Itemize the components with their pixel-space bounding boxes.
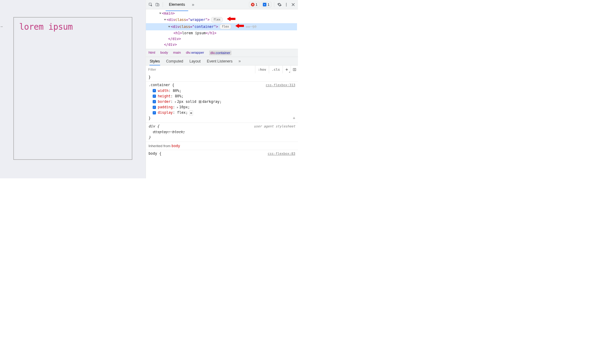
declaration-enabled-checkbox[interactable]: ✓ bbox=[153, 89, 156, 93]
declaration-enabled-checkbox[interactable]: ✓ bbox=[153, 111, 156, 114]
flex-editor-icon[interactable]: ▦ bbox=[189, 110, 193, 116]
dom-tree-row[interactable]: <main> bbox=[146, 10, 297, 16]
svg-point-3 bbox=[286, 3, 287, 3]
breadcrumb-item[interactable]: main bbox=[173, 51, 181, 56]
demo-container: lorem ipsum bbox=[13, 17, 132, 160]
cls-toggle-button[interactable]: .cls bbox=[269, 66, 282, 73]
subtab-computed[interactable]: Computed bbox=[166, 57, 183, 65]
dom-tree-row[interactable]: <div class="wrapper">flex bbox=[146, 16, 297, 23]
expand-toggle-icon[interactable] bbox=[159, 12, 161, 14]
expand-toggle-icon[interactable] bbox=[168, 26, 170, 28]
tabs-overflow-icon[interactable]: » bbox=[190, 2, 196, 7]
settings-icon[interactable] bbox=[277, 2, 282, 7]
dom-tree-row[interactable]: ⋯<div class="container">flex== $0 bbox=[146, 23, 297, 30]
inherited-from-label: Inherited from bbox=[149, 144, 171, 148]
shorthand-expand-icon[interactable] bbox=[175, 101, 176, 103]
css-declaration[interactable]: ✓width: 80%; bbox=[149, 88, 296, 93]
css-rule-div-ua[interactable]: div { user agent stylesheet display: blo… bbox=[146, 123, 298, 142]
svg-point-4 bbox=[286, 4, 287, 5]
styles-pane[interactable]: } .container { css-flexbox:313 ✓width: 8… bbox=[146, 73, 298, 178]
hov-toggle-button[interactable]: :hov bbox=[255, 66, 269, 73]
errors-badge[interactable]: ✕1 bbox=[249, 2, 259, 7]
css-selector[interactable]: body { bbox=[149, 151, 161, 157]
console-ref-hint: == $0 bbox=[246, 24, 256, 29]
svg-rect-2 bbox=[157, 4, 159, 6]
dom-tree[interactable]: <main><div class="wrapper">flex⋯<div cla… bbox=[146, 9, 298, 49]
declaration-enabled-checkbox[interactable]: ✓ bbox=[153, 95, 156, 98]
device-toggle-icon[interactable] bbox=[155, 2, 160, 7]
styles-filter-input[interactable] bbox=[146, 66, 255, 73]
dom-tree-row[interactable]: <h1>lorem ipsum</h1> bbox=[146, 30, 297, 36]
color-swatch[interactable] bbox=[199, 100, 201, 103]
flex-badge[interactable]: flex bbox=[211, 17, 223, 22]
subtab-layout[interactable]: Layout bbox=[189, 57, 201, 65]
css-rule-close: } bbox=[149, 135, 296, 140]
breadcrumb-trail: htmlbodymaindiv.wrapperdiv.container bbox=[146, 49, 298, 57]
css-declaration[interactable]: ✓padding: 10px; bbox=[149, 105, 296, 110]
rule-truncated-above: } bbox=[146, 73, 298, 82]
svg-rect-6 bbox=[293, 68, 296, 71]
inherited-from-tag[interactable]: body bbox=[171, 144, 180, 148]
demo-heading: lorem ipsum bbox=[19, 22, 127, 32]
dom-tree-row[interactable]: </div> bbox=[146, 42, 297, 48]
declaration-enabled-checkbox[interactable]: ✓ bbox=[153, 106, 156, 109]
css-declaration[interactable]: ✓border: 2px solid darkgray; bbox=[149, 99, 296, 104]
declaration-enabled-checkbox[interactable]: ✓ bbox=[153, 100, 156, 103]
more-menu-icon[interactable] bbox=[284, 2, 289, 7]
devtools-toolbar: Elements » ✕1 ≡1 bbox=[146, 0, 298, 9]
css-source-link[interactable]: css-flexbox:313 bbox=[266, 83, 295, 88]
css-rule-close: } bbox=[149, 116, 296, 121]
css-declaration[interactable]: ✓display: flex;▦ bbox=[149, 110, 296, 116]
inspect-element-icon[interactable] bbox=[148, 2, 154, 7]
breadcrumb-item[interactable]: div.container bbox=[209, 51, 231, 56]
add-declaration-button[interactable]: + bbox=[293, 115, 295, 121]
css-rule-container[interactable]: .container { css-flexbox:313 ✓width: 80%… bbox=[146, 82, 298, 123]
inherited-from-divider: Inherited from body bbox=[146, 142, 298, 150]
messages-count: 1 bbox=[268, 3, 269, 7]
css-declaration-overridden[interactable]: display: block; bbox=[153, 129, 185, 135]
messages-badge[interactable]: ≡1 bbox=[261, 2, 271, 7]
shorthand-expand-icon[interactable] bbox=[177, 106, 178, 108]
tab-elements[interactable]: Elements bbox=[166, 0, 188, 9]
breadcrumb-item[interactable]: body bbox=[160, 51, 168, 56]
breadcrumb-item[interactable]: div.wrapper bbox=[186, 51, 204, 56]
subtab-styles[interactable]: Styles bbox=[149, 57, 160, 65]
styles-filter-row: :hov .cls + bbox=[146, 66, 298, 73]
css-declaration[interactable]: ✓height: 80%; bbox=[149, 93, 296, 99]
rendered-page-pane: lorem ipsum bbox=[0, 0, 146, 178]
css-selector[interactable]: div { bbox=[149, 123, 159, 129]
css-selector[interactable]: .container { bbox=[149, 83, 174, 88]
new-style-rule-button[interactable]: + bbox=[282, 66, 291, 73]
subtabs-overflow-icon[interactable]: » bbox=[238, 59, 241, 64]
styles-subtabs: StylesComputedLayoutEvent Listeners» bbox=[146, 57, 298, 65]
subtab-event-listeners[interactable]: Event Listeners bbox=[207, 57, 233, 65]
flex-badge[interactable]: flex bbox=[220, 24, 231, 29]
svg-point-5 bbox=[286, 5, 287, 6]
dom-tree-row[interactable]: </div> bbox=[146, 36, 297, 42]
css-rule-body-peek[interactable]: body { css-flexbox:83 bbox=[146, 150, 298, 157]
expand-toggle-icon[interactable] bbox=[164, 19, 166, 21]
breadcrumb-item[interactable]: html bbox=[149, 51, 155, 56]
errors-count: 1 bbox=[256, 3, 258, 7]
computed-sidebar-toggle-icon[interactable] bbox=[291, 66, 298, 73]
devtools-panel: Elements » ✕1 ≡1 <main><div class="wrapp… bbox=[146, 0, 298, 178]
css-source-link[interactable]: css-flexbox:83 bbox=[268, 151, 295, 157]
close-devtools-icon[interactable] bbox=[290, 2, 296, 7]
css-source-ua: user agent stylesheet bbox=[254, 124, 295, 129]
